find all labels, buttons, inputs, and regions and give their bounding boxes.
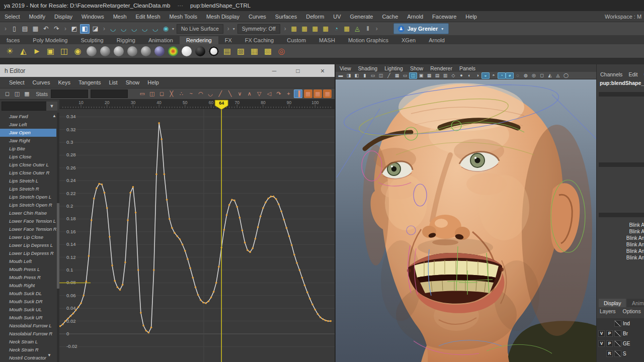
layer-playback-toggle[interactable]: P — [606, 340, 613, 347]
menu-item-shading[interactable]: Shading — [358, 65, 382, 71]
2d-pan-zoom-icon[interactable]: ◫ — [377, 72, 385, 79]
channel-item-jaw-fwd[interactable]: Jaw Fwd — [0, 113, 56, 121]
time-snap-icon[interactable]: ▦ — [304, 89, 312, 98]
scroll-up-icon[interactable]: ▲ — [52, 114, 56, 118]
isolate-select-icon[interactable]: ◎ — [530, 72, 538, 79]
shaded-icon[interactable]: ● — [457, 72, 465, 79]
joints-xray-icon[interactable]: ◭ — [546, 72, 554, 79]
post-infinity-cycle-icon[interactable]: + — [284, 89, 293, 98]
shelf-tab-mash[interactable]: MASH — [312, 36, 342, 44]
shelf-tab-motion-graphics[interactable]: Motion Graphics — [342, 36, 395, 44]
blinn-material-icon[interactable] — [114, 46, 124, 56]
volume-light-icon[interactable]: ◫ — [58, 45, 70, 57]
display-layer-row[interactable]: VPGE — [597, 338, 644, 348]
symmetry-caret-icon[interactable]: ▾ — [233, 27, 235, 31]
construction-history-icon[interactable]: ▦ — [310, 24, 320, 34]
maximize-button[interactable]: □ — [289, 64, 306, 77]
grease-pencil-icon[interactable]: ╱ — [385, 72, 393, 79]
channel-item-lips-close-outer-l[interactable]: Lips Close Outer L — [0, 161, 56, 169]
channel-item-mouth-press-l[interactable]: Mouth Press L — [0, 265, 56, 274]
view-roll-icon[interactable]: ◨ — [345, 72, 353, 79]
shelf-tab-animation[interactable]: Animation — [142, 36, 180, 44]
layer-ramp-icon[interactable] — [614, 340, 621, 347]
break-tangents-icon[interactable]: ╳ — [167, 89, 176, 98]
auto-tangent-icon[interactable]: ∧ — [245, 89, 254, 98]
point-light-icon[interactable]: ☀ — [4, 45, 16, 57]
channel-box-object-name[interactable]: pup:blendShape_CT — [600, 80, 644, 86]
screen-space-ao-icon[interactable]: ◔ — [498, 72, 506, 79]
channel-item-mouth-suck-ur[interactable]: Mouth Suck UR — [0, 314, 56, 322]
linear-tangent-icon[interactable]: ╱ — [216, 89, 224, 98]
shelf-tab-rigging[interactable]: Rigging — [110, 36, 142, 44]
channel-item-mouth-press-r[interactable]: Mouth Press R — [0, 274, 56, 282]
snap-to-view-plane-icon[interactable]: ◡ — [150, 24, 160, 34]
channel-box-section-bar[interactable] — [599, 213, 644, 217]
channel-item-lips-stretch-l[interactable]: Lips Stretch L — [0, 177, 56, 185]
ambient-light-icon[interactable]: ◉ — [72, 45, 84, 57]
snap-to-grid-icon[interactable]: ◡ — [108, 24, 118, 34]
shelf-tab-sculpting[interactable]: Sculpting — [74, 36, 110, 44]
depth-of-field-icon[interactable]: ◍ — [522, 72, 530, 79]
channel-item-lips-close-outer-r[interactable]: Lips Close Outer R — [0, 169, 56, 177]
layer-playback-toggle[interactable]: P — [606, 330, 613, 337]
menu-item-edit-mesh[interactable]: Edit Mesh — [131, 14, 165, 20]
channel-item-lips-stretch-open-r[interactable]: Lips Stretch Open R — [0, 201, 56, 209]
layer-ramp-icon[interactable] — [614, 320, 621, 327]
viewport-3d-view[interactable] — [336, 79, 596, 362]
move-nearest-key-icon[interactable]: ◻ — [3, 89, 12, 98]
select-hierarchy-icon[interactable]: ◩ — [69, 24, 79, 34]
phong-material-icon[interactable] — [141, 46, 151, 56]
anisotropic-material-icon[interactable] — [100, 46, 110, 56]
channel-item-nasolabial-furrow-r[interactable]: Nasolabial Furrow R — [0, 330, 56, 338]
channel-attribute[interactable]: Blink A — [594, 222, 644, 228]
close-button[interactable]: × — [314, 64, 331, 77]
surface-shader-icon[interactable] — [182, 46, 192, 56]
channel-filter-input[interactable] — [2, 102, 51, 111]
channel-item-lips-close[interactable]: Lips Close — [0, 153, 56, 161]
channel-attribute[interactable]: Blink A — [594, 228, 644, 235]
menu-item-channels[interactable]: Channels — [600, 71, 622, 77]
menu-item-windows[interactable]: Windows — [77, 14, 109, 20]
shelf-tab-rendering[interactable]: Rendering — [180, 36, 218, 44]
pre-infinity-cycle-icon[interactable]: ↷ — [275, 89, 283, 98]
step-tangent-icon[interactable]: ∨ — [235, 89, 244, 98]
menu-item-curves[interactable]: Curves — [244, 14, 271, 20]
menu-item-show[interactable]: Show — [410, 65, 427, 71]
use-background-shader-icon[interactable] — [209, 46, 219, 56]
menu-item-view[interactable]: View — [340, 65, 355, 71]
filter-dropdown-icon[interactable]: ▼ — [46, 102, 57, 111]
select-component-icon[interactable]: ◪ — [91, 24, 100, 34]
redo-icon[interactable]: ↷ — [52, 24, 61, 34]
layer-playback-toggle[interactable]: R — [606, 350, 613, 357]
motion-blur-icon[interactable]: ◕ — [506, 72, 514, 79]
channel-item-lower-face-tension-r[interactable]: Lower Face Tension R — [0, 225, 56, 233]
channel-item-lips-stretch-open-l[interactable]: Lips Stretch Open L — [0, 193, 56, 201]
channel-item-lip-bite[interactable]: Lip Bite — [0, 145, 56, 153]
channel-attribute[interactable]: Blink An — [594, 235, 644, 241]
channel-attribute[interactable]: Blink An — [594, 254, 644, 261]
menu-item-curves[interactable]: Curves — [29, 79, 54, 85]
ramp-shader-icon[interactable] — [168, 46, 178, 56]
user-account-button[interactable]: ♟ Jay Grenier ▾ — [393, 23, 449, 34]
symmetry-field[interactable]: Symmetry: Off — [237, 24, 280, 34]
select-object-icon[interactable]: ◧ — [80, 24, 90, 34]
shadows-icon[interactable]: ◓ — [490, 72, 498, 79]
swap-buffer-curve-icon[interactable]: ◻ — [157, 89, 166, 98]
pause-icon[interactable]: ‖ — [363, 24, 373, 34]
channel-item-jaw-open[interactable]: Jaw Open — [0, 129, 56, 137]
menu-item-options[interactable]: Options — [623, 308, 641, 314]
menu-item-deform[interactable]: Deform — [301, 14, 329, 20]
shading-map-icon[interactable]: ▤ — [221, 45, 233, 57]
lambert-material-icon[interactable] — [127, 46, 137, 56]
shelf-tab-custom[interactable]: Custom — [280, 36, 312, 44]
render-icon[interactable]: ▦ — [321, 24, 331, 34]
new-scene-icon[interactable]: ▯ — [10, 24, 19, 34]
psd-texture-icon[interactable]: ▦ — [249, 45, 261, 57]
channel-attribute[interactable]: Blink An — [594, 241, 644, 248]
menu-item-modify[interactable]: Modify — [25, 14, 50, 20]
display-layer-row[interactable]: VPBr — [597, 328, 644, 338]
free-tangent-weight-icon[interactable]: ▽ — [255, 89, 264, 98]
field-chart-icon[interactable]: ▦ — [425, 72, 433, 79]
channel-attribute[interactable]: Blink An — [594, 248, 644, 254]
channel-item-lower-chin-raise[interactable]: Lower Chin Raise — [0, 209, 56, 217]
